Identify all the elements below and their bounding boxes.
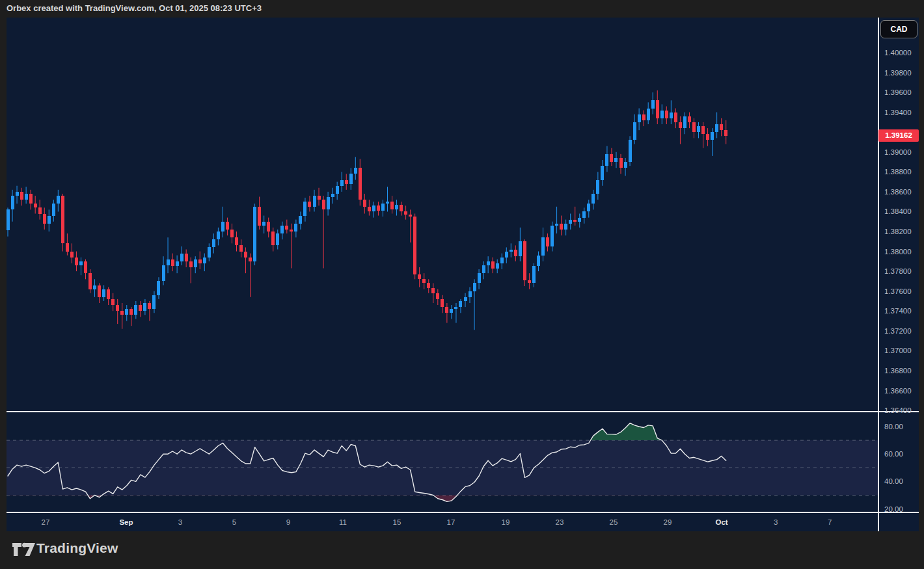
- indicator-axis-label: 40.00: [884, 476, 922, 486]
- price-axis-label: 1.36800: [884, 365, 922, 376]
- indicator-axis-label: 80.00: [884, 421, 922, 432]
- attribution-title: Orbex created with TradingView.com, Oct …: [7, 0, 262, 17]
- time-axis-label: 15: [377, 514, 416, 531]
- price-axis-label: 1.39000: [884, 147, 922, 157]
- time-axis-label: 3: [756, 514, 795, 531]
- price-axis-label: 1.37200: [884, 326, 922, 336]
- time-axis-label: 25: [594, 514, 633, 531]
- price-axis-label: 1.37000: [884, 345, 922, 356]
- tradingview-logo-icon[interactable]: [12, 540, 36, 560]
- pane-separator[interactable]: [7, 512, 919, 513]
- price-axis-label: 1.36600: [884, 386, 922, 396]
- chart-widget: CAD 1.39162 1.400001.398001.396001.39400…: [7, 18, 919, 531]
- time-axis-label: 3: [161, 514, 200, 531]
- price-axis-label: 1.37400: [884, 306, 922, 316]
- time-axis-label: 11: [323, 514, 362, 531]
- price-axis-label: 1.39400: [884, 107, 922, 118]
- time-axis-label: 29: [648, 514, 687, 531]
- symbol-currency-button[interactable]: CAD: [880, 20, 917, 38]
- price-axis-label: 1.36400: [884, 405, 922, 416]
- time-axis-label: 7: [810, 514, 849, 531]
- price-axis-label: 1.37800: [884, 266, 922, 276]
- price-axis-separator: [878, 18, 879, 531]
- footer-bar: TradingView: [0, 531, 924, 569]
- price-chart-canvas[interactable]: [7, 18, 919, 531]
- price-axis-label: 1.38200: [884, 226, 922, 237]
- header-bar: Orbex created with TradingView.com, Oct …: [0, 0, 924, 18]
- price-axis-label: 1.39800: [884, 68, 922, 78]
- time-axis-label: 5: [215, 514, 254, 531]
- time-axis-label: Sep: [107, 514, 146, 531]
- tradingview-brand-text[interactable]: TradingView: [36, 540, 118, 556]
- last-price-label: 1.39162: [878, 129, 919, 142]
- indicator-axis-label: 60.00: [884, 449, 922, 459]
- price-axis-label: 1.39600: [884, 87, 922, 98]
- time-axis-label: 19: [486, 514, 525, 531]
- price-axis-label: 1.38600: [884, 187, 922, 197]
- time-axis-label: 9: [269, 514, 308, 531]
- price-axis-label: 1.40000: [884, 47, 922, 58]
- time-axis-label: 23: [540, 514, 579, 531]
- price-axis-label: 1.38000: [884, 246, 922, 257]
- time-axis-label: Oct: [702, 514, 741, 531]
- time-axis-label: 17: [431, 514, 470, 531]
- time-axis-label: 27: [26, 514, 65, 531]
- price-axis-label: 1.38800: [884, 166, 922, 177]
- price-axis-label: 1.38400: [884, 206, 922, 217]
- price-axis-label: 1.37600: [884, 286, 922, 297]
- indicator-axis-label: 20.00: [884, 504, 922, 514]
- pane-separator[interactable]: [7, 411, 919, 412]
